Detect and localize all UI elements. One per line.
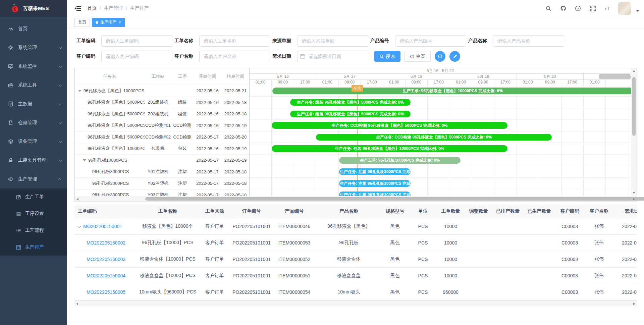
gantt-bar-task[interactable]: 生产任务: CCD检测 96孔移液盒【黑色】5000PCS 完成比例: 0% — [272, 122, 507, 129]
gantt-row[interactable]: 96孔移液盒【黑色】5000PCS Z01组装机 组装 2022-05-16 2… — [75, 97, 249, 109]
gantt-row[interactable]: 96孔孔板3000PCS Y01注塑机 注塑 2022-05-17 2022-0… — [75, 166, 249, 178]
work-order-link[interactable]: MO202205150003 — [87, 257, 125, 262]
sidebar-item-system-admin[interactable]: 系统管理 — [0, 38, 67, 57]
sidebar-item-process-settings[interactable]: 工序设置 — [0, 205, 67, 222]
gantt-row[interactable]: 96孔移液盒【黑色】5000PCS Z02组装机 组装 2022-05-16 2… — [75, 108, 249, 120]
scroll-right-arrow[interactable] — [633, 303, 635, 305]
work-order-code-input[interactable] — [101, 35, 172, 47]
tab-home[interactable]: 首页 — [74, 18, 90, 27]
gantt-row[interactable]: 96孔移液盒【黑色】10000PCS 2022-05-16 2022-05-21 — [75, 85, 249, 97]
edit-icon — [16, 195, 21, 200]
gantt-row[interactable]: 96孔孔板10000PCS 2022-05-17 2022-05-19 — [75, 155, 249, 166]
caret-down-icon[interactable] — [636, 10, 639, 12]
sidebar-item-equipment[interactable]: 设备管理 — [0, 132, 67, 151]
sidebar-item-production-schedule[interactable]: 生产排产 — [0, 239, 67, 256]
work-order-link[interactable]: MO202205150005 — [87, 289, 125, 295]
edit-schedule-button[interactable] — [449, 51, 460, 62]
customer-code-input[interactable] — [101, 51, 172, 62]
help-icon[interactable]: ? — [572, 3, 584, 14]
dashboard-icon — [8, 26, 13, 32]
gantt-bar-task-selected[interactable]: 生产任务: 注塑 96孔孔板3000PCS 完成比例: 0% — [339, 192, 411, 196]
gantt-bar-task[interactable]: 生产任务: 组装 96孔移液盒【黑色】5000PCS 完成比例: 0% — [290, 99, 411, 106]
fullscreen-icon[interactable] — [587, 3, 598, 14]
table-row[interactable]: MO202205150002 96孔孔板【10000】PCS 客户订单 PO20… — [74, 234, 637, 251]
collapse-caret-icon[interactable] — [83, 159, 86, 161]
demand-date-input[interactable] — [297, 51, 368, 62]
gantt-row[interactable]: 96孔移液盒【黑色】5000PCS CCD检测#02 CCD检测 2022-05… — [75, 131, 249, 143]
gantt-row[interactable]: 96孔孔板3000PCS Y02注塑机 注塑 2022-05-17 2022-0… — [75, 178, 249, 189]
refresh-schedule-button[interactable] — [435, 51, 445, 62]
hour-cell: 17:00 — [494, 79, 517, 85]
scrollbar-thumb[interactable] — [632, 77, 636, 136]
work-order-link[interactable]: MO202205150001 — [83, 224, 122, 229]
scroll-left-arrow[interactable] — [76, 303, 78, 305]
table-row[interactable]: MO202205150005 10mm吸头【960000】PCS 客户订单 PO… — [74, 284, 637, 300]
sidebar-item-home[interactable]: 首页 — [0, 19, 67, 38]
gantt-horizontal-scrollbar[interactable] — [75, 196, 637, 202]
work-order-link[interactable]: MO202205150004 — [87, 273, 125, 278]
gantt-timeline: 5月 16 - 5月 22 5月 16 5月 17 5月 18 5月 19 5月… — [249, 68, 631, 196]
breadcrumb-production[interactable]: 生产管理 — [104, 5, 123, 11]
search-icon[interactable] — [543, 3, 554, 14]
sidebar-item-system-monitor[interactable]: 系统监控 — [0, 57, 67, 76]
gantt-bar-order[interactable]: 生产工单: 96孔移液盒【黑色】10000PCS 完成比例: 0% — [272, 88, 631, 94]
work-order-name-input[interactable] — [199, 35, 270, 47]
sidebar-item-fixtures[interactable]: 工装夹具管理 — [0, 151, 67, 170]
table-row[interactable]: MO202205150003 移液盒盒体【10000】PCS 客户订单 PO20… — [74, 251, 637, 267]
work-order-link[interactable]: MO202205150002 — [87, 240, 125, 246]
calendar-icon — [300, 54, 305, 59]
product-name-input[interactable] — [493, 35, 564, 47]
scroll-right-arrow[interactable] — [633, 198, 635, 201]
gantt-row[interactable]: 96孔移液盒【黑色】10000PCS 包装机 包装 2022-05-16 202… — [75, 143, 249, 155]
breadcrumb-home[interactable]: 首页 — [87, 5, 97, 11]
field-label: 产品编号 — [370, 38, 392, 44]
gantt-row[interactable]: 96孔孔板3000PCS Y03注塑机 注塑 2022-05-17 2022-0… — [75, 189, 249, 197]
scrollbar-thumb[interactable] — [145, 197, 644, 201]
table-row[interactable]: MO202205150001 移液盒【黑色】10000个 客户订单 PO2022… — [74, 218, 637, 234]
svg-text:?: ? — [577, 7, 579, 10]
gantt-bar-task-selected[interactable]: 生产任务: 注塑 96孔孔板3000PCS 完成比例: 0% — [339, 168, 411, 175]
scroll-down-arrow[interactable] — [633, 192, 635, 194]
table-horizontal-scrollbar[interactable] — [74, 301, 637, 306]
sidebar-item-warehouse[interactable]: 仓储管理 — [0, 113, 67, 132]
breadcrumb-separator: / — [100, 6, 101, 11]
sidebar-item-process-flow[interactable]: 工艺流程 — [0, 222, 67, 239]
github-icon[interactable] — [557, 3, 569, 14]
gantt-bar-task[interactable]: 生产任务: 包装 96孔移液盒【黑色】10000PCS 完成比例: 0% — [272, 145, 507, 152]
tab-production-schedule[interactable]: 生产排产 × — [92, 18, 125, 27]
search-button[interactable]: 搜索 — [374, 51, 400, 62]
timeline-hours: 01:00 09:00 17:00 01:00 09:00 17:00 01:0… — [250, 79, 631, 85]
sidebar-item-production-order[interactable]: 生产工单 — [0, 188, 67, 205]
scroll-up-arrow[interactable] — [633, 70, 635, 72]
avatar[interactable] — [618, 2, 631, 15]
reset-button[interactable]: 重置 — [405, 51, 431, 62]
sidebar-item-system-tools[interactable]: 系统工具 — [0, 76, 67, 95]
hour-cell: 01:00 — [584, 79, 606, 85]
sidebar-item-label: 生产管理 — [18, 176, 59, 182]
timeline-scrollbar-thumb[interactable] — [599, 74, 630, 79]
customer-name-input[interactable] — [199, 51, 270, 62]
sidebar-item-label: 系统监控 — [18, 63, 59, 69]
col-start-time: 开始时间 — [193, 73, 222, 79]
gantt-bar-task[interactable]: 生产任务: CCD检测 96孔移液盒【黑色】5000PCS 完成比例: 0% — [316, 134, 552, 141]
table-row[interactable]: MO202205150004 移液盒盒盖【10000】PCS 客户订单 PO20… — [74, 267, 637, 284]
scroll-left-arrow[interactable] — [76, 198, 78, 201]
sidebar-item-production[interactable]: 生产管理 — [0, 170, 67, 188]
gantt-bar-task[interactable]: 生产任务: 组装 96孔移液盒【黑色】5000PCS 完成比例: 0% — [290, 111, 411, 117]
col-customer-code: 客户编码 — [555, 205, 584, 218]
gantt-bar-order[interactable]: 生产工单: 96孔孔板10000PCS 完成比例: 0% — [339, 157, 461, 164]
field-label: 来源单据 — [272, 38, 294, 44]
today-marker-label: 今天 — [352, 85, 363, 92]
expand-caret-icon[interactable] — [77, 224, 81, 228]
sidebar-collapse-icon[interactable] — [74, 6, 81, 11]
collapse-caret-icon[interactable] — [78, 90, 82, 92]
product-code-input[interactable] — [395, 35, 466, 47]
sidebar-item-master-data[interactable]: 主数据 — [0, 95, 67, 113]
gantt-vertical-scrollbar[interactable] — [631, 68, 637, 196]
gantt-row[interactable]: 96孔移液盒【黑色】5000PCS CCD检测#01 CCD检测 2022-05… — [75, 120, 249, 132]
close-icon[interactable]: × — [119, 20, 121, 25]
gantt-bar-task-selected[interactable]: 生产任务: 注塑 96孔孔板3000PCS 完成比例: 0% — [339, 180, 411, 187]
filter-work-order-name: 工单名称 — [174, 35, 270, 47]
source-doc-input[interactable] — [297, 35, 368, 47]
font-size-icon[interactable]: TT — [602, 3, 613, 14]
